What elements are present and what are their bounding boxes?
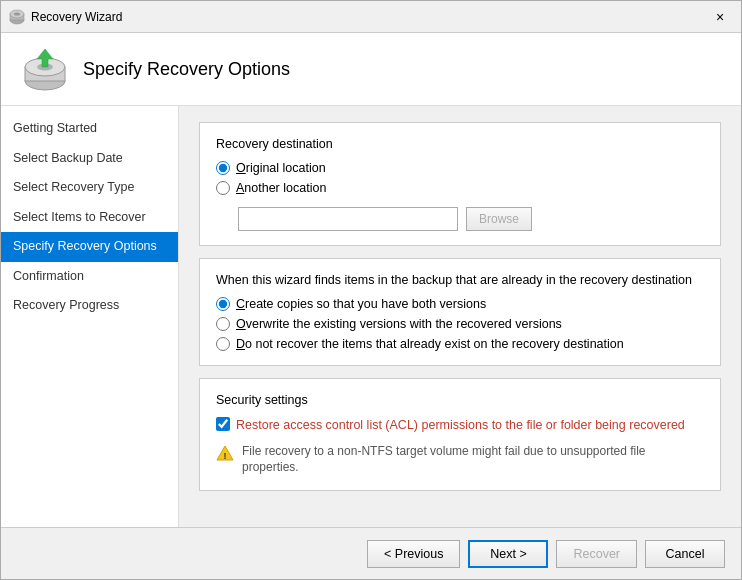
sidebar-item-select-items-to-recover[interactable]: Select Items to Recover	[1, 203, 178, 233]
location-input[interactable]	[238, 207, 458, 231]
another-location-radio[interactable]	[216, 181, 230, 195]
existing-items-options: Create copies so that you have both vers…	[216, 297, 704, 351]
close-button[interactable]: ×	[707, 6, 733, 28]
warning-text: File recovery to a non-NTFS target volum…	[242, 443, 704, 477]
sidebar-item-getting-started[interactable]: Getting Started	[1, 114, 178, 144]
original-location-label[interactable]: Original location	[236, 161, 326, 175]
security-settings-title: Security settings	[216, 393, 704, 407]
cancel-button[interactable]: Cancel	[645, 540, 725, 568]
footer: < Previous Next > Recover Cancel	[1, 527, 741, 579]
sidebar-item-select-backup-date[interactable]: Select Backup Date	[1, 144, 178, 174]
warning-row: ! File recovery to a non-NTFS target vol…	[216, 443, 704, 477]
existing-items-section: When this wizard finds items in the back…	[199, 258, 721, 366]
recovery-destination-section: Recovery destination Original location A…	[199, 122, 721, 246]
browse-button[interactable]: Browse	[466, 207, 532, 231]
svg-point-3	[14, 12, 20, 15]
another-location-row: Another location	[216, 181, 704, 195]
original-location-radio[interactable]	[216, 161, 230, 175]
overwrite-label[interactable]: Overwrite the existing versions with the…	[236, 317, 562, 331]
recovery-wizard-window: Recovery Wizard × Specify Recovery Optio…	[0, 0, 742, 580]
header-backup-icon	[21, 45, 69, 93]
create-copies-row: Create copies so that you have both vers…	[216, 297, 704, 311]
window-title: Recovery Wizard	[31, 10, 122, 24]
do-not-recover-radio[interactable]	[216, 337, 230, 351]
titlebar-left: Recovery Wizard	[9, 9, 122, 25]
another-location-label[interactable]: Another location	[236, 181, 326, 195]
main-area: Getting Started Select Backup Date Selec…	[1, 106, 741, 527]
window-icon	[9, 9, 25, 25]
header-title: Specify Recovery Options	[83, 59, 290, 80]
original-location-row: Original location	[216, 161, 704, 175]
acl-checkbox-row: Restore access control list (ACL) permis…	[216, 417, 704, 435]
restore-acl-checkbox[interactable]	[216, 417, 230, 431]
do-not-recover-label[interactable]: Do not recover the items that already ex…	[236, 337, 624, 351]
sidebar-item-specify-recovery-options[interactable]: Specify Recovery Options	[1, 232, 178, 262]
existing-items-title: When this wizard finds items in the back…	[216, 273, 704, 287]
sidebar: Getting Started Select Backup Date Selec…	[1, 106, 179, 527]
recover-button[interactable]: Recover	[556, 540, 637, 568]
sidebar-item-recovery-progress[interactable]: Recovery Progress	[1, 291, 178, 321]
do-not-recover-row: Do not recover the items that already ex…	[216, 337, 704, 351]
create-copies-label[interactable]: Create copies so that you have both vers…	[236, 297, 486, 311]
sidebar-item-select-recovery-type[interactable]: Select Recovery Type	[1, 173, 178, 203]
security-settings-section: Security settings Restore access control…	[199, 378, 721, 491]
restore-acl-label[interactable]: Restore access control list (ACL) permis…	[236, 417, 685, 435]
create-copies-radio[interactable]	[216, 297, 230, 311]
overwrite-row: Overwrite the existing versions with the…	[216, 317, 704, 331]
warning-icon: !	[216, 444, 234, 462]
recovery-destination-title: Recovery destination	[216, 137, 704, 151]
right-panel: Recovery destination Original location A…	[179, 106, 741, 527]
header-section: Specify Recovery Options	[1, 33, 741, 106]
previous-button[interactable]: < Previous	[367, 540, 460, 568]
overwrite-radio[interactable]	[216, 317, 230, 331]
titlebar: Recovery Wizard ×	[1, 1, 741, 33]
svg-text:!: !	[224, 450, 227, 460]
recovery-destination-options: Original location Another location Brows…	[216, 161, 704, 231]
next-button[interactable]: Next >	[468, 540, 548, 568]
sidebar-item-confirmation[interactable]: Confirmation	[1, 262, 178, 292]
location-input-row: Browse	[238, 207, 704, 231]
